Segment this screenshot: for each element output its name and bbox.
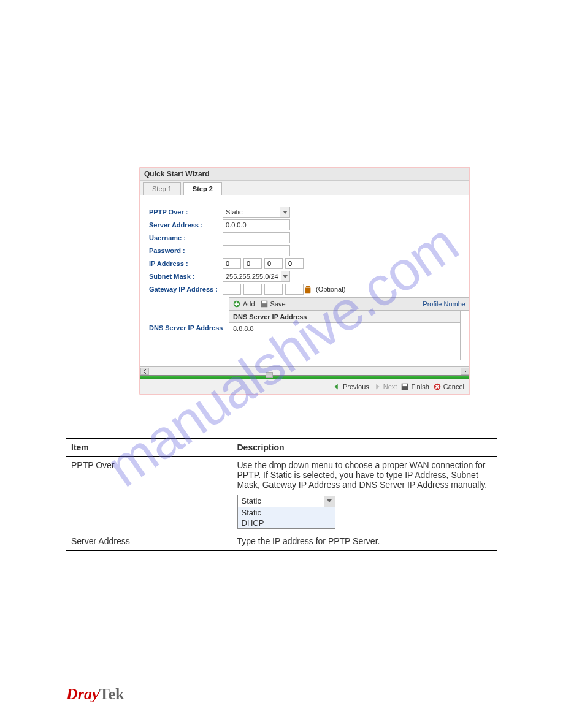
- table-row: PPTP Over Use the drop down menu to choo…: [66, 457, 497, 533]
- dns-toolbar: Add Save Profile Numbe: [229, 297, 469, 311]
- row-password: Password :: [149, 245, 461, 256]
- save-label: Save: [270, 300, 286, 308]
- pptp-option-demo-select[interactable]: Static Static DHCP: [237, 495, 335, 529]
- wizard-footer: Previous Next Finish Cancel: [140, 379, 469, 394]
- server-address-input[interactable]: [223, 219, 290, 230]
- previous-button[interactable]: Previous: [332, 382, 369, 391]
- gateway-ip-group: [223, 284, 304, 295]
- label-ip-address: IP Address :: [149, 260, 223, 267]
- profile-number-label: Profile Numbe: [423, 300, 465, 308]
- arrow-right-icon: [373, 382, 381, 391]
- optional-label: (Optional): [316, 286, 345, 293]
- gw-octet-4[interactable]: [285, 284, 304, 295]
- mini-select-head[interactable]: Static: [238, 495, 335, 507]
- table-row: Server Address Type the IP address for P…: [66, 533, 497, 550]
- add-label: Add: [243, 300, 255, 308]
- cell-desc-pptp: Use the drop down menu to choose a prope…: [232, 457, 497, 533]
- label-gateway: Gateway IP Address :: [149, 286, 223, 293]
- save-icon: [260, 300, 269, 308]
- save-icon: [400, 382, 409, 391]
- dns-block: DNS Server IP Address DNS Server IP Addr…: [149, 311, 461, 360]
- row-gateway: Gateway IP Address : (Optional): [149, 284, 461, 295]
- wizard-title: Quick Start Wizard: [140, 168, 469, 181]
- finish-button[interactable]: Finish: [400, 382, 429, 391]
- option-static[interactable]: Static: [238, 507, 335, 518]
- chevron-down-icon[interactable]: [281, 271, 289, 281]
- brand-logo: DrayTek: [66, 685, 124, 703]
- gw-octet-2[interactable]: [243, 284, 262, 295]
- next-button[interactable]: Next: [373, 382, 397, 391]
- save-button[interactable]: Save: [260, 300, 286, 308]
- svg-rect-2: [262, 301, 266, 304]
- chevron-down-icon[interactable]: [280, 207, 289, 217]
- pptp-over-value: Static: [223, 208, 280, 216]
- row-ip-address: IP Address :: [149, 258, 461, 269]
- label-pptp-over: PPTP Over :: [149, 208, 223, 216]
- th-item: Item: [66, 438, 232, 457]
- gw-octet-1[interactable]: [223, 284, 241, 295]
- label-server-address: Server Address :: [149, 221, 223, 229]
- gw-octet-3[interactable]: [264, 284, 283, 295]
- cell-item-server: Server Address: [66, 533, 232, 550]
- ip-octet-2[interactable]: [243, 258, 262, 269]
- wizard-tabs: Step 1 Step 2: [140, 181, 469, 195]
- ip-octet-1[interactable]: [223, 258, 241, 269]
- tab-step-2[interactable]: Step 2: [183, 182, 222, 195]
- mini-select-list: Static DHCP: [238, 507, 335, 528]
- row-subnet-mask: Subnet Mask : 255.255.255.0/24: [149, 271, 461, 282]
- finish-label: Finish: [411, 383, 429, 390]
- subnet-mask-select[interactable]: 255.255.255.0/24: [223, 271, 290, 282]
- subnet-mask-value: 255.255.255.0/24: [223, 273, 281, 280]
- previous-label: Previous: [343, 383, 369, 390]
- scroll-thumb[interactable]: [266, 372, 273, 378]
- trash-icon[interactable]: [304, 285, 312, 294]
- scroll-right-icon[interactable]: [461, 368, 469, 375]
- ip-octet-4[interactable]: [285, 258, 304, 269]
- wizard-body: PPTP Over : Static Server Address : User…: [140, 195, 469, 366]
- th-description: Description: [232, 438, 497, 457]
- desc-text-1: Use the drop down menu to choose a prope…: [237, 460, 488, 490]
- brand-tek: Tek: [99, 685, 124, 703]
- label-password: Password :: [149, 247, 223, 254]
- ip-address-group: [223, 258, 304, 269]
- cancel-icon: [433, 382, 442, 391]
- row-pptp-over: PPTP Over : Static: [149, 207, 461, 218]
- next-label: Next: [383, 383, 397, 390]
- quick-start-wizard-panel: Quick Start Wizard Step 1 Step 2 PPTP Ov…: [139, 167, 470, 395]
- horizontal-scrollbar[interactable]: [140, 366, 469, 375]
- cancel-label: Cancel: [443, 383, 464, 390]
- description-table: Item Description PPTP Over Use the drop …: [66, 438, 497, 551]
- password-input[interactable]: [223, 245, 290, 256]
- row-server-address: Server Address :: [149, 219, 461, 230]
- dns-column-header: DNS Server IP Address: [229, 311, 460, 323]
- cell-desc-server: Type the IP address for PPTP Server.: [232, 533, 497, 550]
- chevron-down-icon[interactable]: [324, 496, 335, 507]
- plus-icon: [232, 300, 241, 308]
- svg-rect-4: [403, 384, 407, 387]
- cell-item-pptp: PPTP Over: [66, 457, 232, 533]
- dns-table: DNS Server IP Address 8.8.8.8: [229, 311, 461, 360]
- label-username: Username :: [149, 234, 223, 241]
- mini-select-value: Static: [238, 495, 324, 507]
- label-dns-server: DNS Server IP Address: [149, 311, 228, 360]
- cancel-button[interactable]: Cancel: [433, 382, 464, 391]
- row-username: Username :: [149, 232, 461, 243]
- scroll-left-icon[interactable]: [140, 368, 149, 375]
- pptp-over-select[interactable]: Static: [223, 207, 290, 218]
- arrow-left-icon: [332, 382, 341, 391]
- ip-octet-3[interactable]: [264, 258, 283, 269]
- username-input[interactable]: [223, 232, 290, 243]
- tab-step-1[interactable]: Step 1: [143, 182, 181, 195]
- brand-dray: Dray: [66, 685, 99, 703]
- label-subnet-mask: Subnet Mask :: [149, 273, 223, 280]
- dns-cell-value[interactable]: 8.8.8.8: [229, 323, 460, 360]
- option-dhcp[interactable]: DHCP: [238, 518, 335, 528]
- add-button[interactable]: Add: [232, 300, 255, 308]
